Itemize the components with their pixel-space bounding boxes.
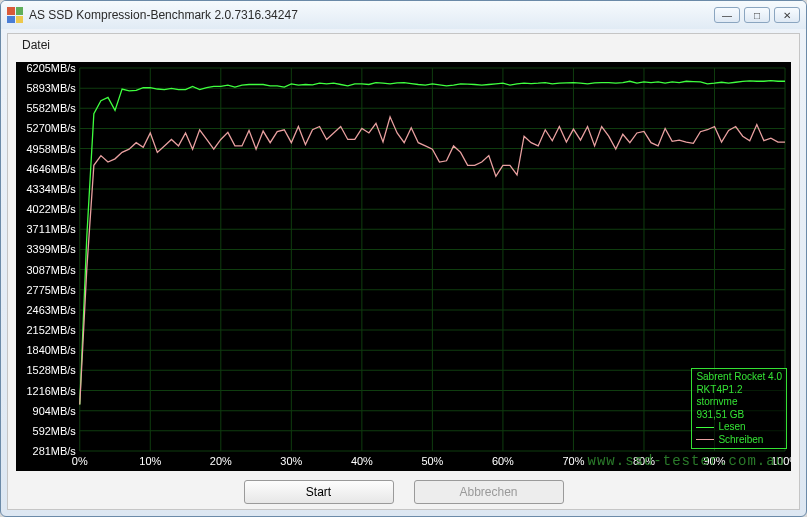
window-controls: — □ ✕ bbox=[714, 7, 800, 23]
legend-write-row: Schreiben bbox=[696, 434, 782, 447]
legend-write-swatch bbox=[696, 439, 714, 440]
svg-text:904MB/s: 904MB/s bbox=[33, 405, 77, 417]
svg-text:1528MB/s: 1528MB/s bbox=[26, 364, 76, 376]
client-area: Datei 6205MB/s5893MB/s5582MB/s5270MB/s49… bbox=[7, 33, 800, 510]
legend-device: Sabrent Rocket 4.0 bbox=[696, 371, 782, 384]
svg-text:2152MB/s: 2152MB/s bbox=[26, 324, 76, 336]
svg-text:40%: 40% bbox=[351, 455, 373, 467]
legend-read-label: Lesen bbox=[718, 421, 745, 434]
svg-text:4334MB/s: 4334MB/s bbox=[26, 183, 76, 195]
menubar: Datei bbox=[8, 34, 799, 56]
maximize-button[interactable]: □ bbox=[744, 7, 770, 23]
svg-text:30%: 30% bbox=[280, 455, 302, 467]
legend-box: Sabrent Rocket 4.0 RKT4P1.2 stornvme 931… bbox=[691, 368, 787, 449]
chart-area: 6205MB/s5893MB/s5582MB/s5270MB/s4958MB/s… bbox=[16, 62, 791, 471]
svg-text:80%: 80% bbox=[633, 455, 655, 467]
legend-read-row: Lesen bbox=[696, 421, 782, 434]
legend-write-label: Schreiben bbox=[718, 434, 763, 447]
app-icon bbox=[7, 7, 23, 23]
svg-text:1840MB/s: 1840MB/s bbox=[26, 344, 76, 356]
cancel-button[interactable]: Abbrechen bbox=[414, 480, 564, 504]
titlebar[interactable]: AS SSD Kompression-Benchmark 2.0.7316.34… bbox=[1, 1, 806, 29]
button-row: Start Abbrechen bbox=[8, 475, 799, 509]
svg-text:10%: 10% bbox=[139, 455, 161, 467]
svg-text:1216MB/s: 1216MB/s bbox=[26, 384, 76, 396]
close-button[interactable]: ✕ bbox=[774, 7, 800, 23]
svg-text:5893MB/s: 5893MB/s bbox=[26, 82, 76, 94]
svg-text:90%: 90% bbox=[704, 455, 726, 467]
legend-firmware: RKT4P1.2 bbox=[696, 384, 782, 397]
legend-read-swatch bbox=[696, 427, 714, 428]
app-window: AS SSD Kompression-Benchmark 2.0.7316.34… bbox=[0, 0, 807, 517]
svg-text:592MB/s: 592MB/s bbox=[33, 425, 77, 437]
svg-text:2463MB/s: 2463MB/s bbox=[26, 304, 76, 316]
svg-text:100%: 100% bbox=[771, 455, 791, 467]
svg-text:2775MB/s: 2775MB/s bbox=[26, 284, 76, 296]
svg-text:3087MB/s: 3087MB/s bbox=[26, 264, 76, 276]
svg-text:70%: 70% bbox=[562, 455, 584, 467]
svg-text:5582MB/s: 5582MB/s bbox=[26, 102, 76, 114]
svg-text:3711MB/s: 3711MB/s bbox=[26, 223, 76, 235]
compression-chart: 6205MB/s5893MB/s5582MB/s5270MB/s4958MB/s… bbox=[16, 62, 791, 471]
svg-text:0%: 0% bbox=[72, 455, 88, 467]
svg-text:6205MB/s: 6205MB/s bbox=[26, 62, 76, 74]
svg-text:4958MB/s: 4958MB/s bbox=[26, 143, 76, 155]
menu-file[interactable]: Datei bbox=[16, 36, 56, 54]
svg-text:60%: 60% bbox=[492, 455, 514, 467]
svg-text:5270MB/s: 5270MB/s bbox=[26, 122, 76, 134]
svg-text:20%: 20% bbox=[210, 455, 232, 467]
svg-text:281MB/s: 281MB/s bbox=[33, 445, 77, 457]
svg-text:4646MB/s: 4646MB/s bbox=[26, 163, 76, 175]
start-button[interactable]: Start bbox=[244, 480, 394, 504]
svg-text:3399MB/s: 3399MB/s bbox=[26, 243, 76, 255]
minimize-button[interactable]: — bbox=[714, 7, 740, 23]
window-title: AS SSD Kompression-Benchmark 2.0.7316.34… bbox=[29, 8, 714, 22]
legend-capacity: 931,51 GB bbox=[696, 409, 782, 422]
svg-text:50%: 50% bbox=[421, 455, 443, 467]
svg-text:4022MB/s: 4022MB/s bbox=[26, 203, 76, 215]
legend-driver: stornvme bbox=[696, 396, 782, 409]
